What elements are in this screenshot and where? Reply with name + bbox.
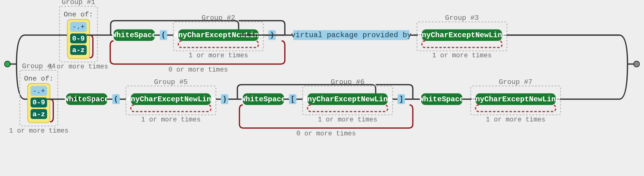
bot-rbracket: ] xyxy=(398,94,405,104)
group1-chip-punct: -.+ xyxy=(70,22,87,32)
top-zero-more: 0 or more times xyxy=(168,66,228,73)
group1-chip-lower: a-z xyxy=(70,45,87,55)
svg-text:0-9: 0-9 xyxy=(33,99,45,107)
group5-times: 1 or more times xyxy=(141,116,201,123)
group5-label: Group #5 xyxy=(154,78,188,86)
bot-whitespace-3: WhiteSpace xyxy=(420,93,464,105)
group2-times: 1 or more times xyxy=(189,52,248,59)
group2-label: Group #2 xyxy=(202,14,235,22)
bot-lbracket: [ xyxy=(289,94,296,104)
bot-zero-more: 0 or more times xyxy=(296,130,356,137)
svg-text:virtual package provided by: virtual package provided by xyxy=(291,31,411,39)
group7-anychar: AnyCharExceptNewLine xyxy=(471,93,560,105)
group4-label: Group #4 xyxy=(22,62,56,70)
svg-text:]: ] xyxy=(399,95,403,103)
end-node xyxy=(634,61,640,67)
svg-text:WhiteSpace: WhiteSpace xyxy=(420,95,464,103)
top-lparen: ( xyxy=(160,30,167,40)
group4-times: 1 or more times xyxy=(9,127,68,134)
svg-text:(: ( xyxy=(114,95,118,103)
group6-anychar: AnyCharExceptNewLine xyxy=(303,93,392,105)
group3-label: Group #3 xyxy=(445,14,479,22)
svg-text:0-9: 0-9 xyxy=(72,35,85,43)
virtual-literal: virtual package provided by xyxy=(291,30,411,40)
group1-chip-digits: 0-9 xyxy=(70,33,87,43)
svg-text:a-z: a-z xyxy=(33,110,45,118)
group7-times: 1 or more times xyxy=(486,116,545,123)
regex-railroad-diagram: Group #1 One of: -.+ 0-9 a-z 1 or more t… xyxy=(0,0,644,176)
group5-anychar: AnyCharExceptNewLine xyxy=(126,93,215,105)
svg-text:(: ( xyxy=(161,31,166,39)
group3-times: 1 or more times xyxy=(432,52,492,59)
group7-label: Group #7 xyxy=(499,78,533,86)
svg-text:-.+: -.+ xyxy=(33,87,45,95)
group1-label: Group #1 xyxy=(62,0,95,6)
bot-whitespace-2: WhiteSpace xyxy=(241,93,286,105)
group4-chip-lower: a-z xyxy=(31,109,47,119)
svg-text:WhiteSpace: WhiteSpace xyxy=(112,31,156,39)
group1-oneof: One of: xyxy=(64,11,93,19)
svg-text:AnyCharExceptNewLine: AnyCharExceptNewLine xyxy=(303,95,392,103)
svg-text:a-z: a-z xyxy=(72,46,85,54)
group6-times: 1 or more times xyxy=(318,116,377,123)
svg-text:AnyCharExceptNewLine: AnyCharExceptNewLine xyxy=(471,95,560,103)
svg-text:[: [ xyxy=(290,95,295,103)
svg-text:): ) xyxy=(222,95,227,103)
svg-text:AnyCharExceptNewLine: AnyCharExceptNewLine xyxy=(417,31,507,39)
svg-text:WhiteSpace: WhiteSpace xyxy=(241,95,286,103)
group4-chip-punct: -.+ xyxy=(31,86,47,96)
bot-lparen: ( xyxy=(112,94,120,104)
group4-chip-digits: 0-9 xyxy=(31,98,47,108)
top-whitespace-pill: WhiteSpace xyxy=(112,29,156,41)
group4-oneof: One of: xyxy=(24,75,54,83)
start-node xyxy=(5,61,11,67)
bot-rparen: ) xyxy=(221,94,228,104)
group3-anychar: AnyCharExceptNewLine xyxy=(417,29,507,41)
svg-text:-.+: -.+ xyxy=(72,23,85,31)
svg-text:AnyCharExceptNewLine: AnyCharExceptNewLine xyxy=(126,95,215,103)
group6-label: Group #6 xyxy=(331,78,364,86)
group1-times: 1 or more times xyxy=(49,63,108,70)
svg-text:WhiteSpace: WhiteSpace xyxy=(64,95,109,103)
